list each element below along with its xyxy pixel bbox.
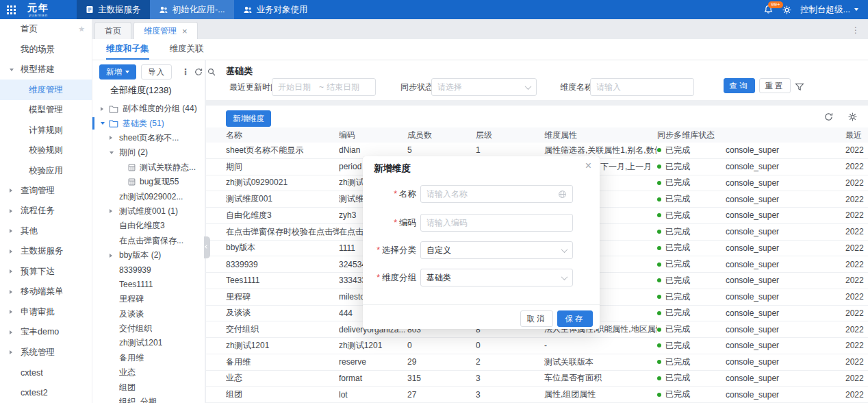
save-button[interactable]: 保存 (557, 310, 593, 327)
caret-right-icon (10, 209, 12, 213)
sidebar-item-home[interactable]: 首页★ (0, 19, 92, 39)
group-select[interactable]: 基础类 (420, 269, 573, 286)
globe-icon[interactable] (558, 190, 567, 199)
cell-name: 业态 (226, 372, 339, 384)
close-icon[interactable]: × (182, 27, 188, 36)
more-icon[interactable]: ⋮ (181, 67, 190, 77)
add-dimension-button[interactable]: 新增维度 (226, 110, 271, 127)
date-range-input[interactable]: ~ (272, 78, 376, 96)
column-header: 最近 (845, 130, 868, 141)
sidebar-item-model-building[interactable]: 模型搭建 (0, 60, 92, 80)
sidebar-item-label: 模型搭建 (21, 64, 55, 75)
sidebar-item-validation-apps[interactable]: 校验应用 (0, 160, 92, 180)
sidebar-item-system-management[interactable]: 系统管理 (0, 343, 92, 363)
cell-code: format (339, 374, 407, 383)
dimension-name-field[interactable] (596, 82, 688, 92)
table-row[interactable]: zh测试1201zh测试120100-已完成console_super2022 (206, 338, 868, 354)
subtab-dimensions-and-subsets[interactable]: 维度和子集 (106, 39, 149, 60)
name-input[interactable] (420, 185, 573, 203)
settings-gear-icon[interactable] (782, 5, 791, 14)
table-row[interactable]: 业态format3153车位是否有面积已完成console_super2022 (206, 371, 868, 387)
sidebar-item-my-scenes[interactable]: 我的场景 (0, 39, 92, 59)
category-field-label: *选择分类 (363, 245, 416, 256)
tree-node[interactable]: 8339939 (92, 262, 205, 277)
sidebar-item-application-approval[interactable]: 申请审批 (0, 302, 92, 322)
nav-app-2[interactable]: 初始化应用-... (150, 0, 234, 19)
tree-import-button[interactable]: 导入 (141, 64, 172, 80)
tree-node[interactable]: 测试关联静态... (92, 160, 205, 175)
tree-node[interactable]: 里程碑 (92, 292, 205, 306)
tab-home[interactable]: 首页 (94, 22, 131, 39)
tab-bar: 首页 维度管理 × ⋮ (92, 19, 868, 39)
refresh-icon[interactable] (824, 112, 833, 121)
table-row[interactable]: 组团lot273属性,组团属性已完成console_super2022 (206, 387, 868, 403)
more-icon[interactable]: ⋮ (852, 25, 860, 35)
tab-dimension-management[interactable]: 维度管理 × (133, 22, 198, 39)
sidebar-item-master-data-services[interactable]: 主数据服务 (0, 241, 92, 261)
collapse-panel-handle[interactable] (204, 236, 210, 258)
code-input[interactable] (420, 214, 573, 232)
tree-new-button[interactable]: 新增 (99, 64, 136, 80)
cell-status: 已完成 (657, 145, 726, 156)
tree-node[interactable]: 业态 (92, 365, 205, 380)
favorite-star-icon[interactable]: ★ (78, 25, 85, 34)
cell-status: 已完成 (657, 177, 726, 188)
tree-node[interactable]: zh测试1201 (92, 336, 205, 350)
brand-logo[interactable]: 元年 yuanian (27, 3, 49, 17)
tree-node-label: 自由化维度3 (119, 220, 165, 232)
sidebar-item-process-tasks[interactable]: 流程任务 (0, 201, 92, 221)
sidebar-item-budget-release[interactable]: 预算下达 (0, 262, 92, 282)
sidebar-item-cxtest2[interactable]: cxtest2 (0, 382, 92, 402)
tree-node-label: 组团 (119, 382, 136, 393)
tree-node[interactable]: 自由化维度3 (92, 219, 205, 233)
column-settings-gear-icon[interactable] (848, 112, 857, 121)
tree-root-all-dimensions[interactable]: 全部维度(1238) (92, 82, 205, 99)
notifications-button[interactable]: 99+ (763, 5, 774, 14)
cell-name: 期间 (226, 161, 339, 173)
subtab-dimension-relations[interactable]: 维度关联 (170, 39, 204, 60)
filter-funnel-icon[interactable] (795, 82, 804, 92)
tree-node[interactable]: 副本维度的分组 (44) (92, 101, 205, 116)
nav-app-3[interactable]: 业务对象使用 (234, 0, 317, 19)
code-field[interactable] (426, 218, 536, 228)
sidebar-item-cxtest[interactable]: cxtest (0, 363, 92, 382)
reset-button[interactable]: 重置 (759, 78, 791, 93)
sidebar-item-validation-rules[interactable]: 校验规则 (0, 141, 92, 160)
category-select[interactable]: 自定义 (420, 241, 573, 259)
tree-node[interactable]: Tees1111 (92, 278, 205, 292)
user-menu[interactable]: 控制台超级... (800, 4, 858, 16)
sidebar-item-query-management[interactable]: 查询管理 (0, 181, 92, 201)
tree-node[interactable]: bby版本 (2) (92, 248, 205, 262)
sidebar-item-dimension-management[interactable]: 维度管理 (0, 80, 92, 99)
end-date-input[interactable] (327, 82, 365, 92)
tree-node[interactable]: 交付组织 (92, 321, 205, 336)
sidebar-item-baofeng-demo[interactable]: 宝丰demo (0, 322, 92, 342)
sidebar-item-mobile-menu[interactable]: 移动端菜单 (0, 282, 92, 302)
tree-node[interactable]: bug复现55 (92, 175, 205, 189)
tree-node[interactable]: 基础类 (51) (92, 116, 205, 130)
tree-node[interactable]: 期间 (2) (92, 145, 205, 160)
tree-node[interactable]: 在点击弹窗保存... (92, 234, 205, 248)
tree-node[interactable]: zh测试0929002... (92, 189, 205, 204)
close-icon[interactable]: × (585, 160, 591, 171)
query-button[interactable]: 查询 (724, 78, 755, 93)
tree-node[interactable]: 测试维度001 (1) (92, 204, 205, 219)
tree-node[interactable]: 备用维 (92, 351, 205, 365)
start-date-input[interactable] (278, 82, 316, 92)
table-row[interactable]: 备用维reserve292测试关联版本已完成console_super2022 (206, 354, 868, 371)
tree-node[interactable]: 及谈谈 (92, 306, 205, 321)
cancel-button[interactable]: 取消 (520, 310, 553, 327)
sidebar-item-calc-rules[interactable]: 计算规则 (0, 120, 92, 140)
search-icon[interactable] (207, 68, 216, 76)
sidebar-item-model-management[interactable]: 模型管理 (0, 100, 92, 120)
nav-app-1[interactable]: 主数据服务 (77, 0, 150, 19)
sidebar-item-others[interactable]: 其他 (0, 221, 92, 241)
tree-node[interactable]: 组团 (92, 380, 205, 394)
name-field[interactable] (426, 189, 536, 199)
refresh-icon[interactable] (194, 68, 203, 76)
tree-node[interactable]: 组织_分期 (92, 395, 205, 403)
apps-grid-icon[interactable] (7, 5, 16, 14)
tree-node[interactable]: sheet页名称不... (92, 131, 205, 145)
sync-status-select[interactable]: 请选择 (431, 78, 537, 96)
dimension-name-input[interactable] (590, 78, 694, 96)
